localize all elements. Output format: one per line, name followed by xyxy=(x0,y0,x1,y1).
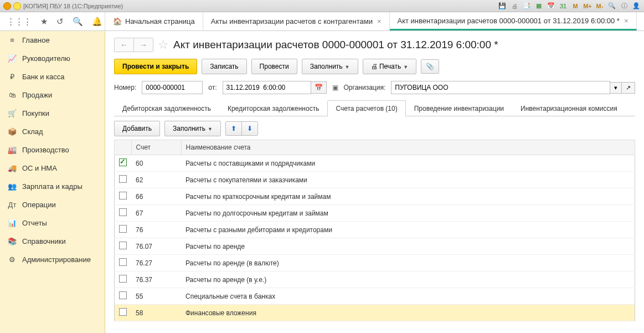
post-button[interactable]: Провести xyxy=(251,59,297,74)
sidebar-label: Администрирование xyxy=(22,255,91,264)
sidebar-item[interactable]: ₽Банк и касса xyxy=(0,68,105,86)
sidebar-label: Покупки xyxy=(22,109,49,117)
sidebar-item[interactable]: ⚙Администрирование xyxy=(0,250,105,269)
sidebar-item[interactable]: 🛒Покупки xyxy=(0,104,105,122)
print-button[interactable]: 🖨 Печать▼ xyxy=(363,59,417,74)
row-checkbox[interactable] xyxy=(119,308,127,316)
move-up-button[interactable]: ⬆ xyxy=(226,122,241,135)
table-row[interactable]: 58Финансовые вложения xyxy=(115,305,635,321)
sidebar-item[interactable]: 🏭Производство xyxy=(0,141,105,159)
table-row[interactable]: 60Расчеты с поставщиками и подрядчиками xyxy=(115,155,635,172)
calc-icon[interactable]: ▦ xyxy=(534,2,543,11)
table-row[interactable]: 76.07Расчеты по аренде xyxy=(115,238,635,255)
calendar-picker-icon[interactable]: 📅 xyxy=(311,81,327,94)
cell-name: Расчеты по аренде xyxy=(181,238,635,255)
attachments-button[interactable]: 📎 xyxy=(421,59,439,74)
sub-tab[interactable]: Проведение инвентаризации xyxy=(406,100,512,116)
sub-tab[interactable]: Дебиторская задолженность xyxy=(114,100,219,116)
close-icon[interactable]: × xyxy=(624,17,628,25)
tab-label: Акты инвентаризации расчетов с контраген… xyxy=(211,17,373,25)
toolbar-chunk: ⋮⋮⋮ ★ ↺ 🔍 🔔 xyxy=(0,12,105,30)
nav-back-button[interactable]: ← xyxy=(115,38,133,52)
nav-forward-button[interactable]: → xyxy=(133,38,153,52)
favorite-star-icon[interactable]: ☆ xyxy=(158,38,169,52)
fill-rows-button[interactable]: Заполнить▼ xyxy=(164,121,221,136)
sidebar-icon: 📊 xyxy=(8,219,17,227)
move-down-button[interactable]: ⬇ xyxy=(241,122,257,135)
date-input[interactable] xyxy=(223,81,311,94)
m-minus-icon[interactable]: M- xyxy=(595,2,604,11)
table-row[interactable]: 76.37Расчеты по аренде (в у.е.) xyxy=(115,271,635,288)
row-checkbox[interactable] xyxy=(119,258,127,266)
table-row[interactable]: 55Специальные счета в банках xyxy=(115,288,635,305)
date-icon[interactable]: 31 xyxy=(559,2,568,11)
table-row[interactable]: 66Расчеты по краткосрочным кредитам и за… xyxy=(115,188,635,205)
row-checkbox[interactable] xyxy=(119,192,127,199)
row-checkbox[interactable] xyxy=(119,158,127,166)
sidebar-icon: 🛍 xyxy=(8,91,17,99)
sidebar-item[interactable]: 📚Справочники xyxy=(0,232,105,250)
cell-account: 62 xyxy=(131,172,181,188)
sidebar-item[interactable]: 👥Зарплата и кадры xyxy=(0,177,105,196)
compare-icon[interactable]: 📑 xyxy=(522,2,531,11)
m-icon[interactable]: M xyxy=(571,2,580,11)
table-row[interactable]: 76Расчеты с разными дебиторами и кредито… xyxy=(115,222,635,238)
close-icon[interactable]: × xyxy=(377,17,382,25)
sidebar-icon: 📈 xyxy=(8,54,17,63)
row-checkbox[interactable] xyxy=(119,242,127,249)
org-dropdown-button[interactable]: ▾ xyxy=(610,82,622,94)
sidebar-icon: ⚙ xyxy=(8,255,17,264)
org-open-button[interactable]: ↗ xyxy=(622,82,635,94)
cell-account: 66 xyxy=(131,188,181,205)
row-checkbox[interactable] xyxy=(119,291,127,299)
user-icon[interactable]: 👤 xyxy=(632,2,641,11)
table-row[interactable]: 76.27Расчеты по аренде (в валюте) xyxy=(115,255,635,271)
fill-button[interactable]: Заполнить▼ xyxy=(302,59,358,74)
top-tab[interactable]: 🏠Начальная страница xyxy=(105,12,203,30)
org-link-icon[interactable]: ▣ xyxy=(332,84,338,91)
sub-tab[interactable]: Кредиторская задолженность xyxy=(219,100,327,116)
m-plus-icon[interactable]: M+ xyxy=(583,2,592,11)
sidebar-icon: 🚚 xyxy=(8,164,17,172)
row-checkbox[interactable] xyxy=(119,175,127,183)
organization-input[interactable] xyxy=(391,81,610,94)
zoom-icon[interactable]: 🔍 xyxy=(607,2,616,11)
sidebar-item[interactable]: ≡Главное xyxy=(0,31,105,49)
add-row-button[interactable]: Добавить xyxy=(114,121,160,136)
sidebar-icon: ≡ xyxy=(8,36,17,44)
sidebar-item[interactable]: ДтОперации xyxy=(0,196,105,214)
app-dropdown-icon[interactable] xyxy=(13,2,21,10)
history-icon[interactable]: ↺ xyxy=(56,17,64,27)
favorite-icon[interactable]: ★ xyxy=(40,17,48,27)
print-icon[interactable]: 🖨 xyxy=(510,2,519,11)
search-icon[interactable]: 🔍 xyxy=(73,17,83,27)
col-account: Счет xyxy=(131,140,181,155)
info-icon[interactable]: ⓘ xyxy=(620,2,628,11)
sidebar-item[interactable]: 📊Отчеты xyxy=(0,214,105,232)
sub-tab[interactable]: Счета расчетов (10) xyxy=(327,100,405,116)
calendar-icon[interactable]: 📅 xyxy=(547,2,555,11)
row-checkbox[interactable] xyxy=(119,275,127,283)
post-and-close-button[interactable]: Провести и закрыть xyxy=(114,59,197,74)
cell-name: Финансовые вложения xyxy=(181,305,635,321)
table-row[interactable]: 62Расчеты с покупателями и заказчиками xyxy=(115,172,635,188)
notifications-icon[interactable]: 🔔 xyxy=(92,17,102,27)
top-tab[interactable]: Акты инвентаризации расчетов с контраген… xyxy=(203,12,390,30)
top-tabs-bar: ⋮⋮⋮ ★ ↺ 🔍 🔔 🏠Начальная страницаАкты инве… xyxy=(0,12,644,31)
sub-tab[interactable]: Инвентаризационная комиссия xyxy=(512,100,626,116)
top-tab[interactable]: Акт инвентаризации расчетов 0000-000001 … xyxy=(390,12,637,30)
accounts-table: Счет Наименование счета 60Расчеты с пост… xyxy=(114,140,635,321)
table-row[interactable]: 67Расчеты по долгосрочным кредитам и зай… xyxy=(115,205,635,222)
row-checkbox[interactable] xyxy=(119,225,127,233)
number-input[interactable] xyxy=(142,81,203,94)
sidebar-item[interactable]: 📦Склад xyxy=(0,122,105,141)
cell-name: Расчеты с поставщиками и подрядчиками xyxy=(181,155,635,172)
save-icon[interactable]: 💾 xyxy=(498,2,507,11)
write-button[interactable]: Записать xyxy=(202,59,246,74)
sidebar-item[interactable]: 🚚ОС и НМА xyxy=(0,159,105,177)
row-checkbox[interactable] xyxy=(119,208,127,216)
sidebar-item[interactable]: 🛍Продажи xyxy=(0,86,105,104)
sidebar-item[interactable]: 📈Руководителю xyxy=(0,49,105,68)
page-title: Акт инвентаризации расчетов 0000-000001 … xyxy=(173,39,498,51)
apps-icon[interactable]: ⋮⋮⋮ xyxy=(7,17,32,27)
